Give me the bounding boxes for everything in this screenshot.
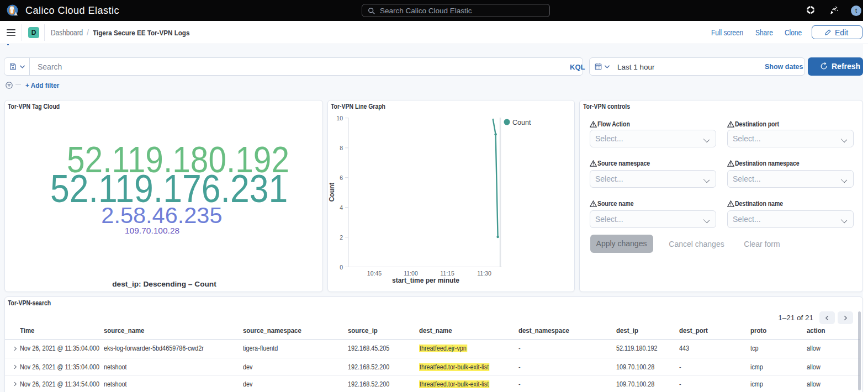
svg-text:2: 2: [340, 234, 343, 241]
svg-text:Count: Count: [512, 119, 531, 126]
svg-text:4: 4: [340, 204, 343, 211]
svg-text:11:15: 11:15: [440, 270, 454, 277]
svg-text:11:00: 11:00: [404, 270, 418, 277]
svg-text:0: 0: [340, 264, 343, 271]
svg-text:6: 6: [340, 174, 343, 181]
svg-text:10: 10: [336, 115, 343, 121]
svg-text:8: 8: [340, 145, 343, 151]
svg-text:10:45: 10:45: [367, 270, 382, 277]
svg-text:Count: Count: [328, 183, 336, 202]
svg-text:11:30: 11:30: [477, 270, 491, 277]
svg-text:start_time per minute: start_time per minute: [392, 277, 459, 284]
